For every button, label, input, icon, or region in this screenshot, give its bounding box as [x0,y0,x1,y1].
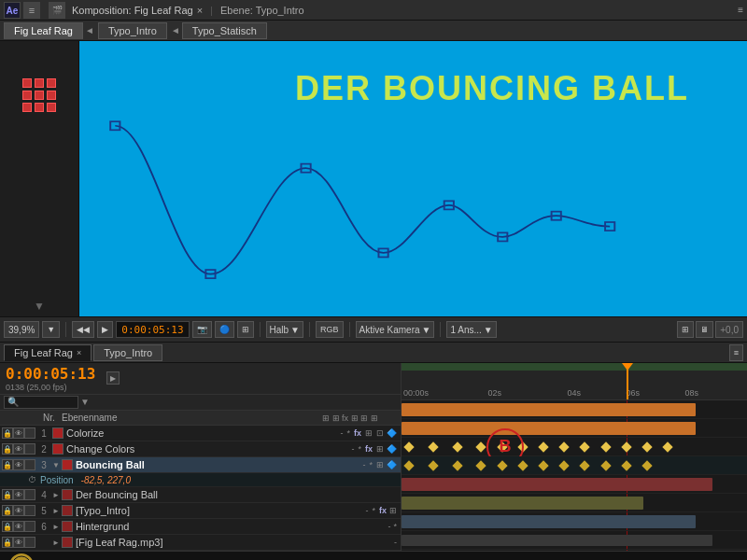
pkf-3[interactable] [452,460,462,470]
ctrl-dot[interactable] [35,78,44,88]
solo-6[interactable] [24,521,35,532]
pkf-4[interactable] [476,460,486,470]
play-btn[interactable]: ▶ [106,371,120,385]
frame-btn[interactable]: ▶ [97,321,113,338]
expand-4[interactable]: ► [52,491,60,499]
kf-5[interactable] [497,441,507,452]
zoom-display[interactable]: 39,9% [4,321,39,338]
extra-btn[interactable]: +0,0 [715,321,743,338]
pkf-6[interactable] [517,460,528,470]
layer-search[interactable] [4,396,78,409]
expand-5[interactable]: ► [52,507,60,515]
grid-btn[interactable]: ⊞ [237,321,254,338]
tab-typo-intro[interactable]: Typo_Intro [98,22,167,39]
preset-dropdown[interactable]: 1 Ans... ▼ [446,321,496,338]
info-btn[interactable]: 🔵 [215,321,234,338]
lock-2[interactable]: 🔒 [2,443,13,455]
pkf-5[interactable] [497,460,507,470]
solo-1[interactable] [24,427,35,439]
quality-dropdown[interactable]: Halb ▼ [266,321,303,338]
solo-4[interactable] [24,489,35,500]
ctrl-dot[interactable] [35,91,44,100]
channels-btn[interactable]: RGB [316,321,344,338]
kf-12[interactable] [641,441,652,452]
position-stopwatch[interactable]: ⏱ [28,475,36,484]
ctrl-dot[interactable] [47,78,56,88]
tab-typo-statisch[interactable]: Typo_Statisch [182,22,267,39]
ctrl-dot[interactable] [35,103,44,112]
layer-row-3[interactable]: 🔒 👁 3 ▼ Bouncing Ball - * ⊞ 🔷 [0,457,401,473]
kf-1[interactable] [403,441,414,452]
kf-7[interactable] [538,441,548,452]
tab-fig-leaf-rag[interactable]: Fig Leaf Rag [4,22,83,39]
ctrl-dot[interactable] [22,78,32,88]
kf-13[interactable] [663,441,673,452]
timeline-tab-typo-intro[interactable]: Typo_Intro [93,344,162,361]
ctrl-dot[interactable] [22,103,32,112]
layer-row-2[interactable]: 🔒 👁 2 Change Colors - * fx ⊞ 🔷 [0,441,401,457]
eye-3[interactable]: 👁 [13,459,24,470]
layer-row-audio[interactable]: 🔒 👁 ► [Fig Leaf Rag.mp3] - [0,535,401,551]
kf-11[interactable] [621,441,631,452]
position-row[interactable]: ⏱ Position -82,5, 227,0 [0,473,401,487]
layer-row-5[interactable]: 🔒 👁 5 ► [Typo_Intro] - * fx ⊞ [0,503,401,519]
zoom-dropdown[interactable]: ▼ [42,321,60,338]
solo-3[interactable] [24,459,35,470]
layer-row-6[interactable]: 🔒 👁 6 ► Hintergrund - * [0,519,401,535]
pkf-1[interactable] [403,460,414,470]
close-tab1[interactable]: × [77,348,81,357]
lock-3[interactable]: 🔒 [2,459,13,470]
kf-8[interactable] [559,441,570,452]
solo-audio[interactable] [24,537,35,548]
timeline-ruler: 00:00s 02s 04s 06s 08s [402,363,747,400]
track-3[interactable]: B [402,438,747,456]
pkf-2[interactable] [428,460,438,470]
timeline-tab-fig-leaf[interactable]: Fig Leaf Rag × [4,344,92,361]
pkf-11[interactable] [621,460,631,470]
track-5 [402,494,747,512]
collapse-btn[interactable]: ⊞ [677,321,694,338]
eye-4[interactable]: 👁 [13,489,24,500]
eye-2[interactable]: 👁 [13,443,24,455]
pkf-8[interactable] [559,460,570,470]
eye-5[interactable]: 👁 [13,505,24,516]
lock-6[interactable]: 🔒 [2,521,13,532]
ctrl-dot[interactable] [47,91,56,100]
close-icon[interactable]: × [197,5,203,16]
kf-10[interactable] [600,441,611,452]
expand-6[interactable]: ► [52,523,60,531]
ctrl-dot[interactable] [22,91,32,100]
timeline-menu[interactable]: ≡ [729,344,743,361]
lock-4[interactable]: 🔒 [2,489,13,500]
expand-audio[interactable]: ► [52,539,60,547]
ctrl-dot[interactable] [47,103,56,112]
lock-1[interactable]: 🔒 [2,427,13,439]
prev-frame-btn[interactable]: ◀◀ [72,321,94,338]
expand-3[interactable]: ▼ [52,461,60,469]
eye-6[interactable]: 👁 [13,521,24,532]
render-btn[interactable]: 🖥 [696,321,713,338]
pkf-10[interactable] [600,460,611,470]
eye-1[interactable]: 👁 [13,427,24,439]
lock-5[interactable]: 🔒 [2,505,13,516]
kf-3[interactable] [452,441,462,452]
view-dropdown[interactable]: Aktive Kamera ▼ [356,321,435,338]
scroll-down-arrow[interactable]: ▼ [34,300,45,313]
layer-row-1[interactable]: 🔒 👁 1 Colorize - * fx ⊞ ⊡ 🔷 [0,426,401,441]
kf-4[interactable] [476,441,486,452]
layer-row-4[interactable]: 🔒 👁 4 ► Der Bouncing Ball [0,487,401,503]
pkf-9[interactable] [580,460,590,470]
camera-icon[interactable]: 📷 [192,321,212,338]
lock-audio[interactable]: 🔒 [2,537,13,548]
pkf-7[interactable] [538,460,548,470]
pkf-12[interactable] [641,460,652,470]
kf-2[interactable] [428,441,438,452]
menu-icon[interactable]: ≡ [23,2,40,19]
eye-audio[interactable]: 👁 [13,537,24,548]
search-dropdown[interactable]: ▼ [80,397,90,407]
kf-9[interactable] [580,441,590,452]
solo-5[interactable] [24,505,35,516]
solo-2[interactable] [24,443,35,455]
timeline-menu-btn[interactable]: ≡ [729,344,743,361]
kf-6[interactable] [517,441,528,452]
